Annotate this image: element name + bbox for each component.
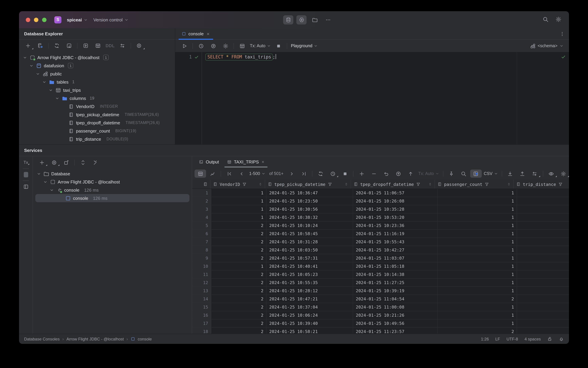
cell-passenger_count[interactable]: 1: [438, 205, 517, 213]
sort-icon[interactable]: [428, 182, 432, 186]
compare-button[interactable]: [529, 170, 540, 178]
file-encoding[interactable]: UTF-8: [507, 337, 518, 341]
row-number[interactable]: 15: [192, 303, 211, 311]
cell-tpep_pickup_datetime[interactable]: 2024-01-25 10:39:40: [267, 319, 353, 327]
tree-item-taxi-trips[interactable]: taxi_trips: [19, 86, 175, 94]
database-tool-button[interactable]: [283, 15, 293, 24]
cell-trip_distance[interactable]: 11.99: [517, 279, 569, 286]
data-source-properties-button[interactable]: [34, 42, 46, 50]
run-widget-button[interactable]: [296, 15, 307, 24]
cell-passenger_count[interactable]: 1: [438, 238, 517, 246]
cell-trip_distance[interactable]: 0.4: [517, 197, 569, 205]
cell-passenger_count[interactable]: 1: [438, 197, 517, 205]
table-row[interactable]: 412024-01-25 10:38:322024-01-25 10:53:20…: [192, 213, 569, 221]
table-row[interactable]: 822024-01-25 10:03:502024-01-25 10:42:27…: [192, 246, 569, 254]
add-service-button[interactable]: [36, 158, 47, 166]
cell-tpep_pickup_datetime[interactable]: 2024-01-25 10:30:56: [267, 205, 353, 213]
cell-tpep_pickup_datetime[interactable]: 2024-01-25 10:23:50: [267, 197, 353, 205]
row-number[interactable]: 4: [192, 213, 211, 221]
caret-position[interactable]: 1:26: [481, 337, 489, 341]
filter-funnel-icon[interactable]: [558, 182, 563, 186]
cell-tpep_dropoff_datetime[interactable]: 2024-01-25 10:23:36: [353, 221, 438, 229]
tab-console[interactable]: console: [178, 28, 214, 39]
row-number[interactable]: 2: [192, 197, 211, 205]
cell-vendorid[interactable]: 2: [211, 254, 267, 262]
stop-button[interactable]: [273, 42, 285, 50]
cell-tpep_dropoff_datetime[interactable]: 2024-01-25 10:55:43: [353, 238, 438, 246]
table-row[interactable]: 212024-01-25 10:23:502024-01-25 10:26:08…: [192, 197, 569, 205]
cell-trip_distance[interactable]: 1.47: [517, 328, 569, 334]
cell-tpep_dropoff_datetime[interactable]: 2024-01-25 11:03:07: [353, 254, 438, 262]
cell-vendorid[interactable]: 2: [211, 221, 267, 229]
add-row-button[interactable]: [356, 170, 367, 178]
new-item-button[interactable]: [22, 42, 34, 50]
cell-trip_distance[interactable]: 18.6: [517, 246, 569, 254]
tree-item-trip-distance[interactable]: trip_distanceDOUBLE(0): [19, 135, 175, 143]
cell-trip_distance[interactable]: 2.46: [517, 303, 569, 311]
cell-trip_distance[interactable]: 1.07: [517, 221, 569, 229]
svc-item-database[interactable]: Database: [33, 170, 192, 178]
table-row[interactable]: 622024-01-25 10:58:452024-01-25 11:16:19…: [192, 230, 569, 238]
cell-passenger_count[interactable]: 2: [438, 328, 517, 334]
table-row[interactable]: 1822024-01-25 10:58:212024-01-25 11:23:5…: [192, 328, 569, 334]
open-in-new-tab-button[interactable]: [61, 158, 72, 166]
table-row[interactable]: 1012024-01-25 10:40:412024-01-25 11:05:1…: [192, 262, 569, 270]
cell-trip_distance[interactable]: 0.43: [517, 319, 569, 327]
cell-trip_distance[interactable]: 0.75: [517, 287, 569, 294]
refresh-button[interactable]: [51, 42, 62, 50]
cell-vendorid[interactable]: 2: [211, 295, 267, 303]
cell-trip_distance[interactable]: 2.9: [517, 189, 569, 197]
tx-filter-button[interactable]: Tx: [22, 159, 29, 166]
parameters-button[interactable]: [207, 42, 219, 50]
cell-tpep_dropoff_datetime[interactable]: 2024-01-25 10:26:08: [353, 197, 438, 205]
tree-item-passenger-count[interactable]: passenger_countBIGINT(19): [19, 127, 175, 135]
in-editor-results-button[interactable]: [236, 42, 248, 50]
cell-tpep_pickup_datetime[interactable]: 2024-01-25 10:47:21: [267, 295, 353, 303]
filter-funnel-icon[interactable]: [328, 182, 332, 186]
view-settings-button[interactable]: [545, 170, 557, 178]
sort-icon[interactable]: [258, 182, 262, 186]
project-menu[interactable]: spiceai: [64, 15, 91, 25]
cell-tpep_pickup_datetime[interactable]: 2024-01-25 10:58:21: [267, 328, 353, 334]
cell-trip_distance[interactable]: 9.49: [517, 238, 569, 246]
row-number[interactable]: 8: [192, 246, 211, 254]
cell-trip_distance[interactable]: 2.06: [517, 295, 569, 303]
cell-tpep_dropoff_datetime[interactable]: 2024-01-25 10:53:20: [353, 213, 438, 221]
cell-tpep_dropoff_datetime[interactable]: 2024-01-25 11:06:57: [353, 189, 438, 197]
line-separator[interactable]: LF: [495, 337, 500, 341]
tree-item-vendorid[interactable]: VendorIDINTEGER: [19, 102, 175, 110]
cell-tpep_dropoff_datetime[interactable]: 2024-01-25 11:16:19: [353, 230, 438, 238]
breadcrumb-item[interactable]: Database Consoles: [24, 337, 60, 341]
reload-page-button[interactable]: [315, 170, 326, 178]
cell-tpep_dropoff_datetime[interactable]: 2024-01-25 10:49:56: [353, 319, 438, 327]
minimize-window-button[interactable]: [34, 18, 38, 22]
cell-tpep_dropoff_datetime[interactable]: 2024-01-25 11:23:57: [353, 328, 438, 334]
cell-tpep_dropoff_datetime[interactable]: 2024-01-25 11:00:08: [353, 303, 438, 311]
cell-passenger_count[interactable]: 1: [438, 270, 517, 278]
chevron-down-icon[interactable]: [35, 72, 40, 76]
notifications-bell-icon[interactable]: [559, 336, 564, 341]
cell-vendorid[interactable]: 2: [211, 238, 267, 246]
sql-editor[interactable]: 1 SELECT * FROM taxi_trips;: [175, 52, 569, 144]
cell-tpep_pickup_datetime[interactable]: 2024-01-25 10:38:32: [267, 213, 353, 221]
filter-panel-button[interactable]: [470, 170, 482, 178]
tree-item-datafusion[interactable]: datafusion1: [19, 62, 175, 70]
row-number[interactable]: 18: [192, 328, 211, 334]
cell-trip_distance[interactable]: 0.98: [517, 311, 569, 319]
export-button[interactable]: [517, 170, 528, 178]
cell-vendorid[interactable]: 2: [211, 311, 267, 319]
cell-vendorid[interactable]: 1: [211, 213, 267, 221]
table-row[interactable]: 1322024-01-25 10:28:122024-01-25 10:39:1…: [192, 287, 569, 295]
sort-icon[interactable]: [344, 182, 348, 186]
history-button[interactable]: [195, 42, 207, 50]
chevron-down-icon[interactable]: [29, 63, 34, 68]
cell-trip_distance[interactable]: 1.3: [517, 213, 569, 221]
cell-tpep_dropoff_datetime[interactable]: 2024-01-25 10:21:26: [353, 311, 438, 319]
cell-tpep_pickup_datetime[interactable]: 2024-01-25 10:40:41: [267, 262, 353, 270]
expand-all-button[interactable]: [77, 158, 89, 166]
chevron-down-icon[interactable]: [55, 96, 60, 101]
first-page-button[interactable]: [223, 170, 235, 178]
filter-funnel-icon[interactable]: [242, 182, 247, 186]
last-page-button[interactable]: [298, 170, 310, 178]
collapse-all-button[interactable]: [89, 158, 101, 166]
